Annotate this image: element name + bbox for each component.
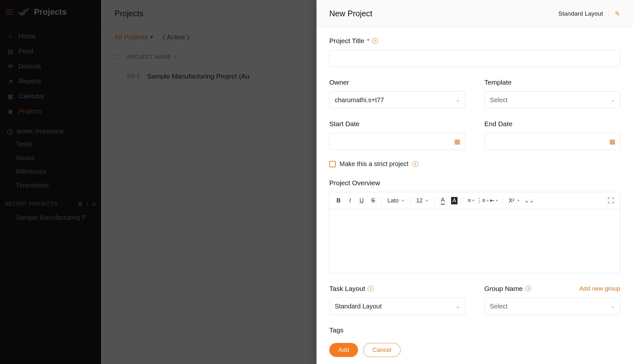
strict-project-row: Make this a strict project i	[329, 160, 620, 168]
indent-button[interactable]: ⇤▼	[489, 195, 499, 206]
modal-title: New Project	[329, 9, 372, 18]
superscript-button[interactable]: X²▼	[506, 197, 523, 204]
info-icon[interactable]: i	[372, 38, 378, 44]
project-title-input[interactable]	[329, 50, 620, 67]
font-select[interactable]: Lato▼	[385, 197, 407, 204]
editor-toolbar: B I U S Lato▼ 12▼ A A ≡▼	[330, 192, 620, 209]
strikethrough-button[interactable]: S	[368, 195, 378, 206]
overview-editor: B I U S Lato▼ 12▼ A A ≡▼	[329, 192, 620, 273]
required-indicator: *	[367, 37, 370, 45]
end-date-label: End Date	[484, 120, 620, 128]
separator	[463, 197, 463, 204]
cancel-button[interactable]: Cancel	[363, 343, 401, 357]
chevron-down-icon: ▼	[486, 199, 489, 202]
tags-label: Tags	[329, 326, 620, 334]
group-name-select[interactable]: Select⌄	[484, 298, 620, 315]
separator	[410, 197, 410, 204]
divider	[609, 10, 609, 17]
underline-button[interactable]: U	[356, 195, 367, 206]
edit-icon[interactable]: ✎	[615, 10, 620, 18]
editor-textarea[interactable]	[330, 209, 620, 273]
calendar-icon: ▦	[454, 138, 460, 145]
new-project-modal: New Project Standard Layout ✎ Project Ti…	[316, 0, 633, 364]
separator	[434, 197, 434, 204]
modal-body: Project Title*i Owner charumathi.s+t77⌄ …	[316, 27, 633, 338]
start-date-input[interactable]: ▦	[329, 133, 465, 150]
modal-footer: Add Cancel	[316, 338, 633, 364]
calendar-icon: ▦	[609, 138, 615, 145]
task-layout-value: Standard Layout	[335, 303, 382, 310]
strict-checkbox[interactable]	[329, 161, 336, 167]
template-placeholder: Select	[490, 96, 508, 104]
bold-button[interactable]: B	[333, 195, 344, 206]
chevron-down-icon: ▼	[401, 199, 404, 202]
chevron-down-icon: ⌄	[611, 97, 615, 102]
add-group-link[interactable]: Add new group	[579, 285, 620, 292]
start-date-label: Start Date	[329, 120, 465, 128]
info-icon[interactable]: i	[525, 286, 531, 292]
expand-icon[interactable]: ⛶	[606, 195, 616, 206]
separator	[381, 197, 382, 204]
chevron-down-icon: ⌄	[456, 304, 460, 309]
task-layout-select[interactable]: Standard Layout⌄	[329, 298, 465, 315]
project-title-label: Project Title*i	[329, 37, 620, 45]
bg-color-button[interactable]: A	[449, 195, 459, 206]
info-icon[interactable]: i	[412, 161, 418, 167]
overview-label: Project Overview	[329, 179, 620, 187]
text-color-button[interactable]: A	[438, 195, 448, 206]
info-icon[interactable]: i	[368, 286, 373, 292]
add-button[interactable]: Add	[329, 343, 358, 357]
chevron-down-icon: ▼	[425, 199, 428, 202]
italic-button[interactable]: I	[345, 195, 355, 206]
more-button[interactable]: ⌄⌄	[524, 195, 534, 206]
layout-label: Standard Layout	[559, 10, 603, 17]
chevron-down-icon: ⌄	[456, 97, 460, 102]
task-layout-label: Task Layouti	[329, 285, 465, 292]
group-name-label: Group Namei	[484, 285, 531, 292]
chevron-down-icon: ⌄	[611, 304, 615, 309]
template-label: Template	[484, 79, 620, 86]
list-button[interactable]: ⋮≡▼	[478, 195, 488, 206]
size-select[interactable]: 12▼	[414, 197, 431, 204]
modal-header: New Project Standard Layout ✎	[316, 0, 633, 27]
group-placeholder: Select	[490, 303, 508, 310]
chevron-down-icon: ▼	[472, 199, 475, 202]
owner-select[interactable]: charumathi.s+t77⌄	[329, 91, 465, 109]
end-date-input[interactable]: ▦	[484, 133, 620, 150]
align-button[interactable]: ≡▼	[466, 195, 476, 206]
separator	[503, 197, 503, 204]
owner-value: charumathi.s+t77	[335, 96, 384, 104]
owner-label: Owner	[329, 79, 465, 86]
strict-label: Make this a strict project	[340, 160, 409, 168]
chevron-down-icon: ▼	[517, 199, 520, 202]
template-select[interactable]: Select⌄	[484, 91, 620, 109]
chevron-down-icon: ▼	[495, 199, 498, 202]
